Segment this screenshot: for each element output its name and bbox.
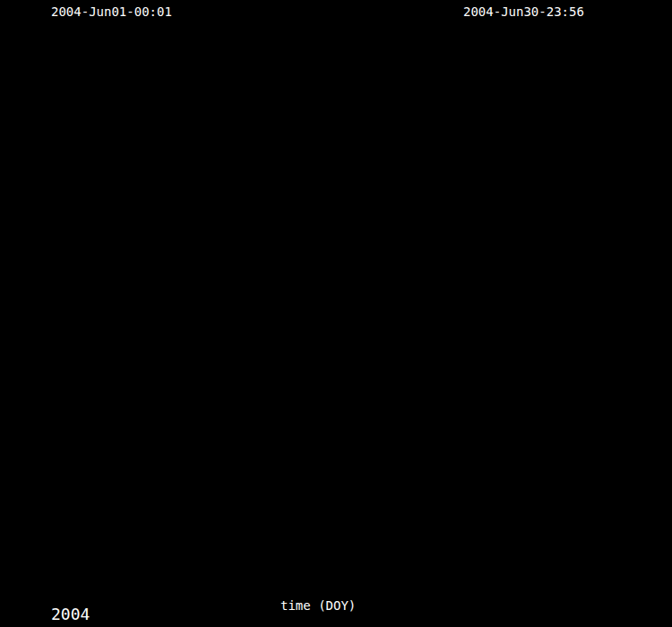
- start-datetime-label: 2004-Jun01-00:01: [51, 5, 172, 18]
- radiation-rates-dashboard: { "header": {"start_date": "2004-Jun01-0…: [0, 0, 672, 627]
- end-datetime-label: 2004-Jun30-23:56: [463, 5, 584, 18]
- year-label: 2004: [51, 606, 90, 623]
- rates-plot-canvas: [0, 0, 672, 627]
- x-axis-title: time (DOY): [280, 599, 356, 612]
